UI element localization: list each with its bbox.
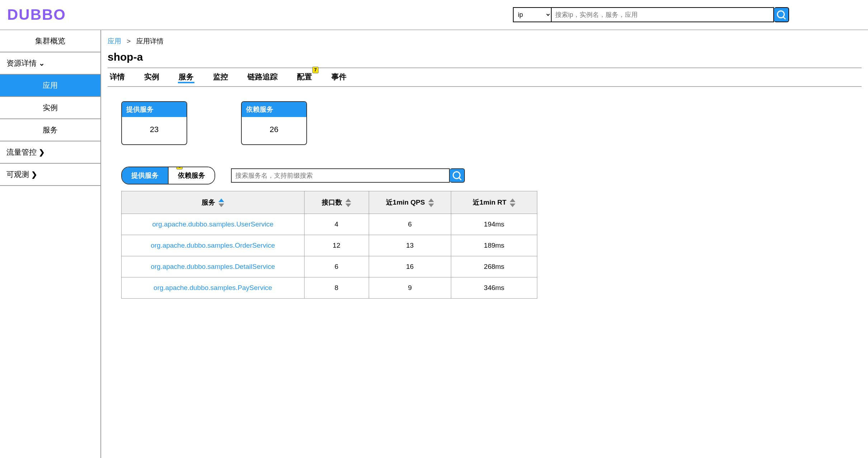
sort-up-icon (428, 198, 434, 202)
sort-up-icon (218, 198, 224, 202)
tab-3[interactable]: 监控 (212, 72, 229, 83)
service-search-input[interactable] (231, 168, 450, 183)
sort-down-icon (218, 204, 224, 207)
tab-label: 监控 (213, 73, 228, 81)
tab-label: 服务 (179, 73, 194, 81)
sidebar-item-label: 应用 (43, 80, 58, 90)
cell-service: org.apache.dubbo.samples.PayService (122, 277, 305, 299)
service-link[interactable]: org.apache.dubbo.samples.PayService (154, 284, 272, 291)
tab-label: 事件 (331, 73, 346, 81)
cell-qps: 16 (369, 256, 451, 277)
stat-card-provided-value: 23 (122, 117, 187, 144)
cell-rt: 194ms (451, 214, 537, 235)
tab-4[interactable]: 链路追踪 (247, 72, 278, 83)
sidebar-item-label: 服务 (43, 125, 58, 135)
sidebar-item-3[interactable]: 实例 (0, 97, 100, 119)
cell-service: org.apache.dubbo.samples.OrderService (122, 235, 305, 256)
sidebar-item-label: 实例 (43, 103, 58, 113)
cell-ifcount: 8 (304, 277, 369, 299)
seg-option-provided[interactable]: 提供服务 (122, 167, 168, 184)
breadcrumb: 应用 > 应用详情 (108, 37, 862, 46)
page-title: shop-a (108, 51, 862, 63)
col-ifcount[interactable]: 接口数 (304, 191, 369, 214)
col-qps[interactable]: 近1min QPS (369, 191, 451, 214)
tab-badge: 7 (312, 67, 319, 73)
cell-qps: 9 (369, 277, 451, 299)
sidebar-item-6[interactable]: 可观测❯ (0, 164, 100, 186)
sort-icon (345, 198, 351, 207)
col-rt[interactable]: 近1min RT (451, 191, 537, 214)
tab-0[interactable]: 详情 (109, 72, 126, 83)
stat-card-depended-label: 依赖服务 (242, 102, 306, 117)
sidebar-item-1[interactable]: 资源详情⌄ (0, 52, 100, 75)
sort-icon (428, 198, 434, 207)
cell-ifcount: 12 (304, 235, 369, 256)
search-type-select[interactable]: ip (513, 7, 552, 22)
table-row: org.apache.dubbo.samples.OrderService121… (122, 235, 537, 256)
service-link[interactable]: org.apache.dubbo.samples.DetailService (151, 263, 275, 270)
seg-option-depended[interactable]: 依赖服务 (169, 167, 214, 184)
sidebar-item-2[interactable]: 应用 (0, 75, 100, 97)
service-table: 服务 接口数 (121, 191, 537, 299)
tab-1[interactable]: 实例 (143, 72, 160, 83)
sort-up-icon (510, 198, 515, 202)
chevron-right-icon: ❯ (39, 148, 45, 156)
breadcrumb-current: 应用详情 (136, 37, 164, 45)
chevron-down-icon: ⌄ (39, 59, 45, 67)
sidebar-item-label: 资源详情 (6, 58, 37, 68)
tab-label: 配置 (297, 73, 312, 81)
global-search-input[interactable] (552, 7, 774, 22)
cell-service: org.apache.dubbo.samples.UserService (122, 214, 305, 235)
sidebar-item-5[interactable]: 流量管控❯ (0, 141, 100, 164)
breadcrumb-sep: > (127, 37, 131, 45)
cell-rt: 268ms (451, 256, 537, 277)
seg-badge: 6 (176, 167, 183, 169)
sidebar-item-label: 集群概览 (35, 36, 65, 46)
tabs: 详情实例服务监控链路追踪配置7事件 (108, 67, 862, 87)
tab-label: 链路追踪 (247, 73, 278, 81)
sidebar-item-0[interactable]: 集群概览 (0, 30, 100, 52)
sort-down-icon (428, 204, 434, 207)
sort-up-icon (345, 198, 351, 202)
cell-service: org.apache.dubbo.samples.DetailService (122, 256, 305, 277)
col-service[interactable]: 服务 (122, 191, 305, 214)
sidebar-item-label: 可观测 (6, 169, 29, 179)
search-icon (452, 171, 462, 180)
logo: DUBBO (7, 6, 66, 23)
table-row: org.apache.dubbo.samples.UserService4619… (122, 214, 537, 235)
tab-6[interactable]: 事件 (331, 72, 347, 83)
top-header: DUBBO ip (0, 0, 868, 30)
sidebar: 集群概览资源详情⌄应用实例服务流量管控❯可观测❯ (0, 30, 101, 458)
table-row: org.apache.dubbo.samples.DetailService61… (122, 256, 537, 277)
cell-ifcount: 4 (304, 214, 369, 235)
stat-card-depended: 依赖服务 26 (241, 101, 307, 145)
sort-icon (510, 198, 515, 207)
segmented-control: 提供服务 依赖服务 6 (121, 167, 215, 184)
sort-icon (218, 198, 224, 207)
search-icon (777, 10, 786, 19)
tab-label: 详情 (110, 73, 125, 81)
sidebar-item-4[interactable]: 服务 (0, 119, 100, 141)
header-search: ip (513, 7, 789, 22)
chevron-right-icon: ❯ (31, 170, 37, 179)
service-link[interactable]: org.apache.dubbo.samples.OrderService (151, 242, 275, 249)
tab-label: 实例 (144, 73, 159, 81)
tab-5[interactable]: 配置7 (296, 72, 313, 83)
service-link[interactable]: org.apache.dubbo.samples.UserService (152, 220, 273, 228)
breadcrumb-root[interactable]: 应用 (108, 37, 121, 45)
sort-down-icon (510, 204, 515, 207)
cell-ifcount: 6 (304, 256, 369, 277)
cell-rt: 346ms (451, 277, 537, 299)
service-search (231, 168, 465, 183)
global-search-button[interactable] (774, 7, 789, 22)
stat-cards: 提供服务 23 依赖服务 26 (121, 101, 862, 145)
stat-card-provided: 提供服务 23 (121, 101, 187, 145)
service-search-button[interactable] (450, 168, 465, 183)
tab-2[interactable]: 服务 (178, 72, 194, 83)
sort-down-icon (345, 204, 351, 207)
cell-qps: 13 (369, 235, 451, 256)
main-content: 应用 > 应用详情 shop-a 详情实例服务监控链路追踪配置7事件 提供服务 … (101, 30, 868, 458)
cell-qps: 6 (369, 214, 451, 235)
stat-card-provided-label: 提供服务 (122, 102, 187, 117)
filter-row: 提供服务 依赖服务 6 (121, 167, 862, 184)
